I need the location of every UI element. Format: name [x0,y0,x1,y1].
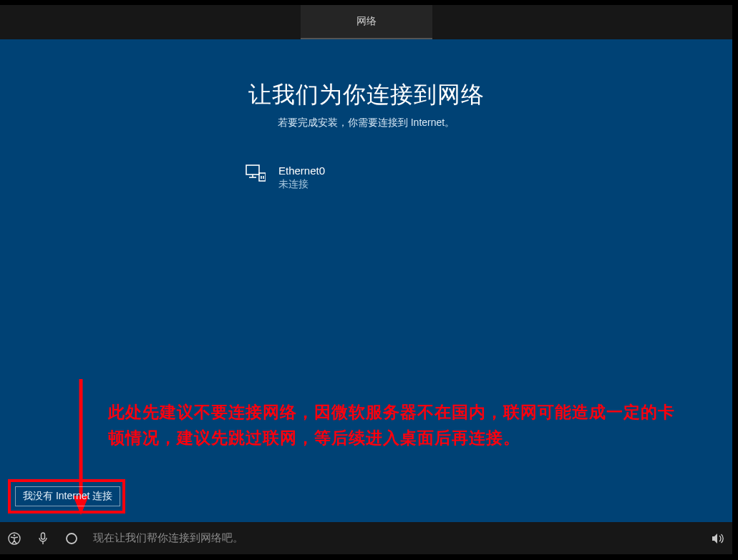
annotation-text: 此处先建议不要连接网络，因微软服务器不在国内，联网可能造成一定的卡顿情况，建议先… [108,400,689,451]
skip-internet-button[interactable]: 我没有 Internet 连接 [15,486,120,506]
svg-point-9 [14,534,15,536]
tab-label: 网络 [356,15,377,28]
svg-rect-3 [259,173,266,181]
skip-internet-label: 我没有 Internet 连接 [23,490,112,503]
svg-rect-10 [42,533,45,539]
bottom-bar-text: 现在让我们帮你连接到网络吧。 [93,531,243,545]
cortana-icon[interactable] [57,522,86,554]
oobe-screen: 网络 让我们为你连接到网络 若要完成安装，你需要连接到 Internet。 Et… [0,0,738,560]
bottom-bar: 现在让我们帮你连接到网络吧。 [0,522,732,554]
bottom-bar-right [704,522,732,554]
network-item-text: Ethernet0 未连接 [278,164,325,191]
main-panel: 让我们为你连接到网络 若要完成安装，你需要连接到 Internet。 Ether… [0,39,732,522]
network-item-ethernet0[interactable]: Ethernet0 未连接 [246,164,325,191]
network-name: Ethernet0 [278,164,325,177]
tab-network[interactable]: 网络 [301,5,432,39]
volume-icon[interactable] [704,522,732,554]
page-subtitle: 若要完成安装，你需要连接到 Internet。 [0,117,732,129]
ease-of-access-icon[interactable] [0,522,29,554]
svg-rect-0 [246,165,259,175]
microphone-icon[interactable] [29,522,57,554]
network-status: 未连接 [278,178,325,191]
page-title: 让我们为你连接到网络 [0,79,732,111]
top-bar: 网络 [0,5,732,39]
svg-point-12 [67,534,77,544]
ethernet-icon [246,164,266,185]
